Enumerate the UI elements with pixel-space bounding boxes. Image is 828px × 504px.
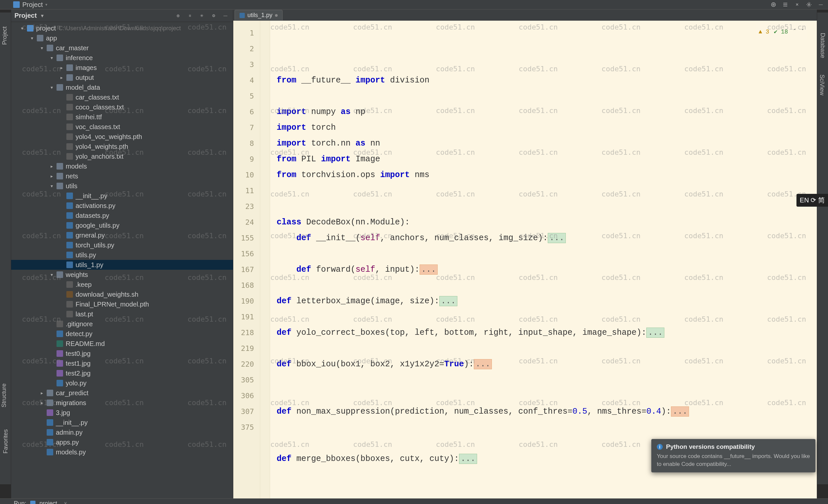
tree-row[interactable]: yolo.py bbox=[11, 378, 233, 388]
tree-item-label: car_predict bbox=[56, 388, 88, 398]
project-tree[interactable]: ▾project C:\Users\Administrator\Download… bbox=[11, 22, 233, 498]
tree-row[interactable]: __init__.py bbox=[11, 191, 233, 201]
tree-row[interactable]: simhei.ttf bbox=[11, 112, 233, 122]
tree-row[interactable]: ▸car_predict bbox=[11, 388, 233, 398]
tree-row[interactable]: 3.jpg bbox=[11, 408, 233, 418]
target-icon[interactable]: ⊕ bbox=[174, 11, 182, 20]
expand-arrow-icon[interactable]: ▸ bbox=[49, 161, 54, 171]
expand-arrow-icon[interactable]: ▸ bbox=[59, 63, 64, 73]
tree-row[interactable]: ▾utils bbox=[11, 181, 233, 191]
tree-row[interactable]: ▸migrations bbox=[11, 398, 233, 408]
tree-item-label: car_classes.txt bbox=[76, 92, 119, 102]
code-content[interactable]: ▲ 3 ✔ 18 ˆ ˇ from __future__ import divi… bbox=[270, 21, 817, 498]
notification-balloon[interactable]: iPython versions compatibility Your sour… bbox=[651, 439, 816, 472]
expand-all-icon[interactable]: ✳ bbox=[198, 11, 206, 20]
tree-row[interactable]: utils.py bbox=[11, 250, 233, 260]
tree-row[interactable]: activations.py bbox=[11, 201, 233, 211]
tree-row[interactable]: yolo_anchors.txt bbox=[11, 152, 233, 161]
tree-row[interactable]: ▸output bbox=[11, 73, 233, 82]
tree-row[interactable]: test0.jpg bbox=[11, 348, 233, 359]
chevron-down-icon[interactable]: ▼ bbox=[40, 13, 45, 18]
tree-row[interactable]: ▸models bbox=[11, 161, 233, 171]
tree-row[interactable]: yolo4_weights.pth bbox=[11, 141, 233, 152]
fold-gutter bbox=[260, 21, 270, 498]
expand-arrow-icon[interactable]: ▸ bbox=[39, 388, 44, 398]
deselect-icon[interactable]: ✕ bbox=[792, 0, 802, 9]
target-icon[interactable] bbox=[769, 0, 778, 9]
collapse-icon[interactable] bbox=[781, 0, 790, 9]
hide-icon[interactable]: — bbox=[816, 0, 825, 9]
expand-arrow-icon[interactable]: ▸ bbox=[59, 73, 64, 82]
tree-row[interactable]: test1.jpg bbox=[11, 359, 233, 368]
tree-row[interactable]: ▾inference bbox=[11, 53, 233, 63]
tree-row[interactable]: yolo4_voc_weights.pth bbox=[11, 132, 233, 141]
tree-row[interactable]: models.py bbox=[11, 447, 233, 457]
tree-row[interactable]: ▾car_master bbox=[11, 43, 233, 53]
expand-arrow-icon[interactable]: ▾ bbox=[49, 53, 54, 63]
py-icon bbox=[56, 380, 63, 386]
expand-arrow-icon[interactable]: ▸ bbox=[49, 171, 54, 181]
tree-row[interactable]: ▾project C:\Users\Administrator\Download… bbox=[11, 23, 233, 33]
rail-sciview[interactable]: SciView bbox=[819, 75, 826, 96]
tree-row[interactable]: .keep bbox=[11, 280, 233, 289]
gear-icon[interactable]: ⚙ bbox=[209, 11, 218, 20]
tree-row[interactable]: google_utils.py bbox=[11, 220, 233, 230]
inspection-widget[interactable]: ▲ 3 ✔ 18 ˆ ˇ bbox=[756, 23, 807, 40]
tree-item-label: output bbox=[76, 73, 94, 82]
tree-row[interactable]: README.md bbox=[11, 339, 233, 348]
tree-row[interactable]: ▾app bbox=[11, 33, 233, 43]
expand-arrow-icon[interactable]: ▾ bbox=[49, 82, 54, 92]
tree-item-label: datasets.py bbox=[76, 211, 109, 220]
tree-row[interactable]: test2.jpg bbox=[11, 368, 233, 378]
tree-item-label: yolo4_voc_weights.pth bbox=[76, 132, 142, 141]
tree-row[interactable]: utils_1.py bbox=[11, 260, 233, 270]
rail-favorites[interactable]: Favorites bbox=[2, 429, 9, 453]
expand-arrow-icon[interactable]: ▾ bbox=[30, 33, 34, 43]
close-icon[interactable]: × bbox=[64, 500, 67, 504]
code-editor[interactable]: 1234567891011232415515616716819019121821… bbox=[233, 21, 817, 498]
editor-tab[interactable]: utils_1.py bbox=[235, 10, 283, 20]
folder-icon bbox=[67, 74, 73, 81]
tree-row[interactable]: ▸images bbox=[11, 63, 233, 73]
tree-item-label: grneral.py bbox=[76, 230, 105, 240]
expand-arrow-icon[interactable]: ▾ bbox=[49, 270, 54, 280]
tree-row[interactable]: apps.py bbox=[11, 437, 233, 447]
tree-row[interactable]: Final_LPRNet_model.pth bbox=[11, 299, 233, 309]
collapse-all-icon[interactable]: ≡ bbox=[185, 11, 194, 20]
tree-row[interactable]: ▾model_data bbox=[11, 82, 233, 92]
chevron-up-icon[interactable]: ˆ bbox=[792, 24, 796, 40]
chevron-down-icon[interactable]: ˇ bbox=[801, 24, 804, 40]
tree-row[interactable]: .gitignore bbox=[11, 319, 233, 329]
tree-row[interactable]: datasets.py bbox=[11, 211, 233, 220]
py-icon bbox=[67, 252, 73, 258]
tree-row[interactable]: admin.py bbox=[11, 427, 233, 437]
tree-row[interactable]: download_weights.sh bbox=[11, 289, 233, 299]
tree-row[interactable]: grneral.py bbox=[11, 230, 233, 240]
tree-row[interactable]: ▸nets bbox=[11, 171, 233, 181]
run-config-name[interactable]: project bbox=[39, 500, 57, 504]
tree-row[interactable]: car_classes.txt bbox=[11, 92, 233, 102]
tree-row[interactable]: coco_classes.txt bbox=[11, 102, 233, 112]
navigation-bar: Project ▾ ✕ — bbox=[0, 0, 828, 9]
tree-row[interactable]: __init__.py bbox=[11, 418, 233, 427]
breadcrumb-project[interactable]: Project bbox=[22, 1, 43, 8]
tree-item-label: 3.jpg bbox=[56, 408, 70, 418]
tree-row[interactable]: voc_classes.txt bbox=[11, 122, 233, 132]
folder-icon bbox=[56, 271, 63, 278]
expand-arrow-icon[interactable]: ▾ bbox=[49, 181, 54, 191]
tree-row[interactable]: torch_utils.py bbox=[11, 240, 233, 250]
py-icon bbox=[47, 439, 53, 446]
tree-row[interactable]: ▾weights bbox=[11, 270, 233, 280]
gear-icon[interactable] bbox=[804, 0, 814, 9]
expand-arrow-icon[interactable]: ▾ bbox=[20, 23, 24, 33]
expand-arrow-icon[interactable]: ▾ bbox=[39, 43, 44, 53]
expand-arrow-icon[interactable]: ▸ bbox=[39, 398, 44, 408]
hide-icon[interactable]: — bbox=[221, 11, 230, 20]
tree-row[interactable]: detect.py bbox=[11, 329, 233, 339]
close-tab-icon[interactable] bbox=[275, 14, 278, 17]
rail-project[interactable]: Project bbox=[1, 26, 8, 45]
tree-row[interactable]: last.pt bbox=[11, 309, 233, 319]
ime-indicator[interactable]: EN ⟳ 简 bbox=[796, 194, 828, 207]
rail-structure[interactable]: Structure bbox=[1, 383, 7, 408]
rail-database[interactable]: Database bbox=[819, 33, 826, 58]
